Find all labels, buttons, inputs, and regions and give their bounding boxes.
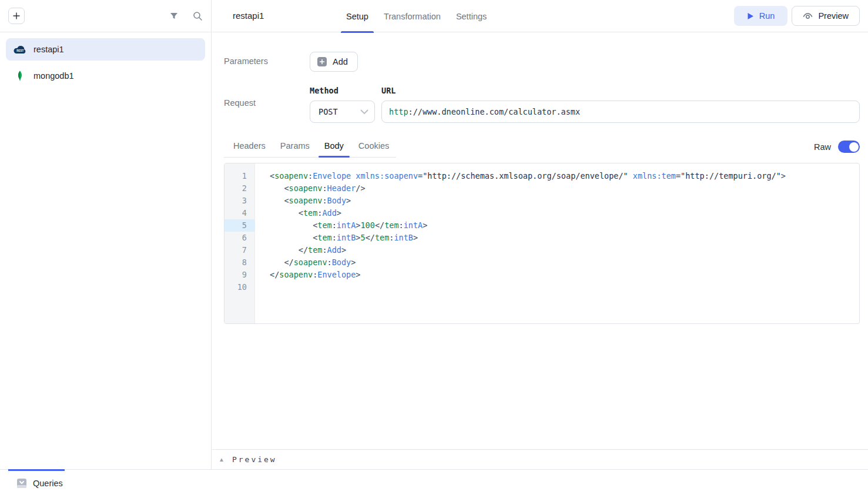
sidebar-item-label: mongodb1 xyxy=(33,71,74,81)
request-label: Request xyxy=(224,86,310,108)
setup-form: Parameters Add Request Method POST xyxy=(212,52,868,324)
line-number: 8 xyxy=(224,256,254,269)
queries-icon xyxy=(16,478,27,489)
url-value-scheme: http xyxy=(389,107,408,116)
tab-settings[interactable]: Settings xyxy=(451,0,492,32)
active-segment-indicator xyxy=(8,469,65,471)
eye-icon xyxy=(803,12,813,20)
collapse-up-icon: ▲ xyxy=(219,456,224,463)
raw-toggle-knob xyxy=(849,142,859,152)
page-title: restapi1 xyxy=(233,11,264,21)
run-button[interactable]: Run xyxy=(734,6,788,26)
code-line: <tem:intB>5</tem:intB> xyxy=(270,232,859,244)
tab-cookies[interactable]: Cookies xyxy=(353,136,395,157)
chevron-down-icon xyxy=(360,109,368,115)
main-panel: restapi1 SetupTransformationSettings Run… xyxy=(212,0,868,469)
rest-api-cloud-icon: REST xyxy=(13,44,27,55)
raw-label: Raw xyxy=(814,142,831,152)
method-label: Method xyxy=(310,86,375,95)
sidebar-item-restapi1[interactable]: RESTrestapi1 xyxy=(6,38,205,61)
play-icon xyxy=(747,12,754,20)
main-header: restapi1 SetupTransformationSettings Run… xyxy=(212,0,868,32)
line-number: 5 xyxy=(224,219,254,232)
header-tabs: SetupTransformationSettings xyxy=(341,0,492,32)
tab-headers[interactable]: Headers xyxy=(227,136,272,157)
response-preview-label: Preview xyxy=(232,455,277,464)
tab-transformation[interactable]: Transformation xyxy=(378,0,446,32)
editor-gutter: 12345678910 xyxy=(224,163,255,323)
add-query-button[interactable] xyxy=(8,8,25,24)
line-number: 2 xyxy=(224,182,254,195)
line-number: 9 xyxy=(224,269,254,281)
response-preview-bar[interactable]: ▲ Preview xyxy=(212,449,868,469)
sidebar-toolbar xyxy=(0,0,211,32)
url-input[interactable]: http://www.dneonline.com/calculator.asmx xyxy=(381,101,860,123)
queries-segment-label: Queries xyxy=(33,479,63,488)
tab-setup[interactable]: Setup xyxy=(341,0,374,32)
method-value: POST xyxy=(319,107,360,116)
raw-toggle[interactable] xyxy=(838,141,860,153)
add-parameter-button[interactable]: Add xyxy=(310,52,358,72)
code-line: <tem:intA>100</tem:intA> xyxy=(270,219,859,232)
code-line: <tem:Add> xyxy=(270,207,859,219)
request-config-tabs-row: HeadersParamsBodyCookies Raw xyxy=(224,136,860,158)
url-label: URL xyxy=(381,86,860,95)
sidebar-item-label: restapi1 xyxy=(33,45,64,54)
parameters-row: Parameters Add xyxy=(224,52,860,72)
url-value-rest: ://www.dneonline.com/calculator.asmx xyxy=(408,107,581,116)
sidebar: RESTrestapi1mongodb1 xyxy=(0,0,212,469)
line-number: 6 xyxy=(224,232,254,244)
method-field: Method POST xyxy=(310,86,375,123)
header-actions: Run Preview xyxy=(734,6,860,26)
raw-toggle-group: Raw xyxy=(814,141,860,153)
code-line: </tem:Add> xyxy=(270,244,859,256)
code-line: </soapenv:Body> xyxy=(270,256,859,269)
body-code-editor[interactable]: 12345678910 <soapenv:Envelope xmlns:soap… xyxy=(224,163,860,324)
queries-segment-tab[interactable]: Queries xyxy=(16,478,63,489)
run-button-label: Run xyxy=(759,11,775,21)
parameters-label: Parameters xyxy=(224,52,310,66)
code-line: </soapenv:Envelope> xyxy=(270,269,859,281)
sidebar-item-mongodb1[interactable]: mongodb1 xyxy=(6,65,205,87)
mongodb-leaf-icon xyxy=(13,71,27,81)
request-config-tabs: HeadersParamsBodyCookies xyxy=(224,136,396,158)
search-icon[interactable] xyxy=(192,11,203,21)
add-parameter-label: Add xyxy=(333,57,348,66)
plus-icon xyxy=(317,57,327,66)
preview-button[interactable]: Preview xyxy=(792,6,860,26)
code-line xyxy=(270,281,859,293)
request-row: Request Method POST URL http://www.dneon… xyxy=(224,86,860,123)
bottom-segment-bar: Queries xyxy=(0,469,868,498)
tab-body[interactable]: Body xyxy=(319,136,350,157)
method-select[interactable]: POST xyxy=(310,101,375,123)
url-field: URL http://www.dneonline.com/calculator.… xyxy=(381,86,860,123)
code-line: <soapenv:Body> xyxy=(270,195,859,207)
line-number: 3 xyxy=(224,195,254,207)
line-number: 10 xyxy=(224,281,254,293)
line-number: 4 xyxy=(224,207,254,219)
tab-params[interactable]: Params xyxy=(274,136,316,157)
svg-text:REST: REST xyxy=(16,49,24,52)
sidebar-toolbar-icons xyxy=(169,11,203,21)
filter-icon[interactable] xyxy=(169,11,179,21)
code-line: <soapenv:Header/> xyxy=(270,182,859,195)
query-list: RESTrestapi1mongodb1 xyxy=(0,32,211,87)
editor-code-pane[interactable]: <soapenv:Envelope xmlns:soapenv="http://… xyxy=(255,163,859,323)
preview-button-label: Preview xyxy=(818,11,849,21)
code-line: <soapenv:Envelope xmlns:soapenv="http://… xyxy=(270,170,859,182)
line-number: 7 xyxy=(224,244,254,256)
app-window: RESTrestapi1mongodb1 restapi1 SetupTrans… xyxy=(0,0,868,498)
line-number: 1 xyxy=(224,170,254,182)
plus-icon xyxy=(12,12,21,20)
